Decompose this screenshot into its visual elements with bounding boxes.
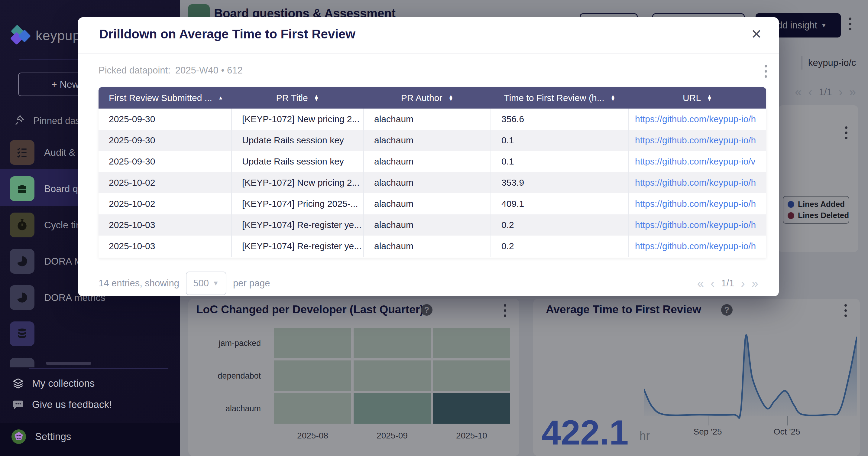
- column-header-pr-title[interactable]: PR Title▲▼: [231, 87, 364, 109]
- pr-url-link[interactable]: https://github.com/keypup-io/h: [635, 135, 756, 145]
- per-page-label: per page: [233, 278, 270, 289]
- next-page-icon[interactable]: ›: [741, 277, 745, 290]
- last-page-icon[interactable]: »: [752, 277, 758, 290]
- database-icon: [10, 322, 34, 346]
- sort-asc-icon: ▲: [218, 96, 223, 99]
- pie-chart-icon: [10, 249, 34, 274]
- pr-url-link[interactable]: https://github.com/keypup-io/v: [635, 156, 755, 166]
- drilldown-table: First Review Submitted ...▲ PR Title▲▼ P…: [98, 87, 766, 257]
- modal-title: Drilldown on Average Time to First Revie…: [99, 27, 355, 41]
- app-root: keypup + New d Pinned dashbo Audit & Com: [0, 0, 868, 456]
- clipped-tile-icon: [10, 358, 34, 367]
- sort-icon: ▲▼: [707, 95, 712, 101]
- table-row[interactable]: 2025-10-03[KEYP-1074] Re-register ye... …: [98, 236, 766, 257]
- briefcase-icon: [10, 176, 34, 201]
- settings-link[interactable]: Settings: [11, 429, 71, 444]
- modal-pagination: « ‹ 1/1 › »: [697, 277, 758, 290]
- keypup-logo-icon: [10, 26, 30, 45]
- pr-url-link[interactable]: https://github.com/keypup-io/h: [635, 114, 756, 124]
- clipped-item-text: [46, 362, 91, 365]
- prev-page-icon[interactable]: ‹: [711, 277, 714, 290]
- layers-icon: [12, 377, 24, 390]
- pie-chart-icon: [10, 285, 34, 310]
- modal-footer: 14 entries, showing 500▼ per page « ‹ 1/…: [98, 270, 758, 297]
- sidebar-divider: [29, 368, 168, 369]
- table-header-row: First Review Submitted ...▲ PR Title▲▼ P…: [98, 87, 766, 109]
- stopwatch-icon: [10, 213, 34, 237]
- my-collections-label: My collections: [32, 378, 95, 389]
- sort-icon: ▲▼: [611, 95, 616, 101]
- table-row[interactable]: 2025-10-03[KEYP-1074] Re-register ye... …: [98, 214, 766, 236]
- page-size-select[interactable]: 500▼: [186, 272, 226, 295]
- table-row[interactable]: 2025-09-30[KEYP-1072] New pricing 2... a…: [98, 109, 766, 130]
- column-header-url[interactable]: URL▲▼: [629, 87, 766, 109]
- brand-logo[interactable]: keypup: [10, 26, 81, 45]
- pr-url-link[interactable]: https://github.com/keypup-io/h: [635, 220, 756, 230]
- drilldown-modal: Drilldown on Average Time to First Revie…: [78, 17, 779, 296]
- settings-label: Settings: [35, 431, 71, 443]
- close-icon[interactable]: ✕: [751, 26, 762, 42]
- page-indicator: 1/1: [721, 278, 734, 289]
- my-collections-link[interactable]: My collections: [12, 377, 95, 390]
- first-page-icon[interactable]: «: [697, 277, 704, 290]
- chat-icon: [12, 399, 24, 411]
- column-header-first-review[interactable]: First Review Submitted ...▲: [98, 87, 231, 109]
- feedback-link[interactable]: Give us feedback!: [12, 399, 112, 411]
- table-row[interactable]: 2025-09-30Update Rails session key alach…: [98, 130, 766, 151]
- brand-name: keypup: [36, 28, 81, 43]
- table-row[interactable]: 2025-10-02[KEYP-1074] Pricing 2025-... a…: [98, 193, 766, 214]
- entries-count: 14 entries, showing: [98, 278, 179, 289]
- modal-kebab-menu[interactable]: [765, 65, 767, 78]
- feedback-label: Give us feedback!: [32, 399, 112, 411]
- table-row[interactable]: 2025-10-02[KEYP-1072] New pricing 2... a…: [98, 172, 766, 193]
- user-avatar: [11, 429, 26, 444]
- pin-icon: [14, 116, 25, 126]
- modal-header: Drilldown on Average Time to First Revie…: [78, 17, 779, 54]
- pr-url-link[interactable]: https://github.com/keypup-io/h: [635, 241, 756, 251]
- picked-datapoint: Picked datapoint:2025-W40 • 612: [98, 65, 243, 76]
- sort-icon: ▲▼: [448, 95, 453, 101]
- chevron-down-icon: ▼: [213, 279, 219, 287]
- column-header-pr-author[interactable]: PR Author▲▼: [364, 87, 491, 109]
- checklist-icon: [10, 140, 34, 165]
- table-row[interactable]: 2025-09-30Update Rails session key alach…: [98, 151, 766, 172]
- sidebar-item-datasets[interactable]: [10, 321, 179, 347]
- column-header-time[interactable]: Time to First Review (h...▲▼: [491, 87, 629, 109]
- pr-url-link[interactable]: https://github.com/keypup-io/h: [635, 178, 756, 187]
- pr-url-link[interactable]: https://github.com/keypup-io/h: [635, 199, 756, 209]
- sort-icon: ▲▼: [314, 95, 319, 101]
